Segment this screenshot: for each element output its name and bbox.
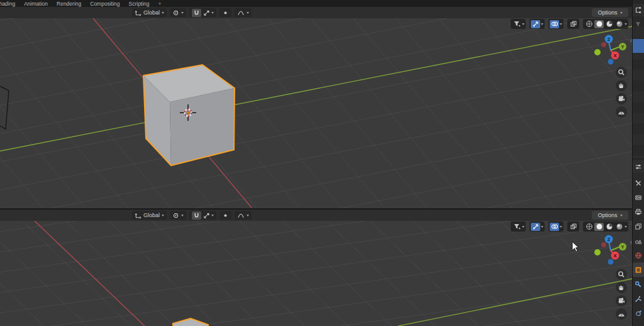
render-camera-icon xyxy=(635,194,642,201)
object-visibility-dropdown[interactable] xyxy=(511,222,526,232)
axis-y-label: Y xyxy=(621,44,624,50)
axis-neg-y-ball xyxy=(594,49,601,55)
snap-toggle-button[interactable] xyxy=(192,211,201,220)
workspace-tab-scripting[interactable]: Scripting xyxy=(129,1,150,7)
gizmos-icon xyxy=(532,223,540,230)
workspace-tab-compositing[interactable]: Compositing xyxy=(90,1,119,7)
show-gizmos-group xyxy=(530,19,545,29)
axis-y-label: Y xyxy=(621,244,624,250)
properties-tab-tool[interactable] xyxy=(633,176,644,190)
axis-z-label: Z xyxy=(608,37,611,42)
chevron-down-icon xyxy=(211,12,214,14)
object-visibility-dropdown[interactable] xyxy=(511,19,526,29)
particles-icon xyxy=(635,295,642,303)
shading-solid-button[interactable] xyxy=(594,20,604,28)
properties-tab-physics[interactable] xyxy=(633,306,644,320)
properties-tab-render[interactable] xyxy=(633,190,644,205)
properties-tab-object[interactable] xyxy=(633,262,644,277)
camera-view-button[interactable] xyxy=(616,295,627,306)
move-view-button[interactable] xyxy=(616,80,627,91)
cube-object[interactable] xyxy=(173,318,208,326)
transform-orientation-dropdown[interactable]: Global xyxy=(132,211,167,220)
magnet-icon xyxy=(193,212,200,219)
toggle-xray-button[interactable] xyxy=(567,19,579,29)
shading-rendered-button[interactable] xyxy=(614,20,624,28)
snap-target-dropdown[interactable] xyxy=(203,9,214,16)
properties-header[interactable] xyxy=(633,160,644,173)
chevron-down-icon xyxy=(522,226,525,228)
falloff-curve-icon xyxy=(237,212,245,219)
workspace-tab-shading[interactable]: Shading xyxy=(0,1,15,7)
show-gizmos-toggle[interactable] xyxy=(531,20,540,28)
solid-sphere-icon xyxy=(596,20,603,28)
layers-images-icon xyxy=(635,223,642,230)
toggle-orthographic-button[interactable] xyxy=(616,308,627,320)
show-overlays-toggle[interactable] xyxy=(550,20,559,28)
axis-neg-y-ball xyxy=(594,249,601,256)
transform-orientation-icon xyxy=(135,9,142,16)
properties-tab-world[interactable] xyxy=(633,248,644,262)
properties-tab-modifiers[interactable] xyxy=(633,277,644,291)
falloff-dropdown[interactable] xyxy=(235,211,252,220)
wireframe-sphere-icon xyxy=(586,20,593,28)
zoom-button[interactable] xyxy=(616,269,627,280)
shading-material-button[interactable] xyxy=(604,223,614,231)
shading-wireframe-button[interactable] xyxy=(584,20,594,28)
proportional-editing-toggle[interactable] xyxy=(219,8,231,17)
move-view-button[interactable] xyxy=(616,282,627,293)
proportional-editing-toggle[interactable] xyxy=(219,211,231,220)
viewport-bottom: Global xyxy=(0,210,632,326)
chevron-down-icon xyxy=(625,23,627,25)
magnifier-icon xyxy=(618,271,625,278)
show-gizmos-toggle[interactable] xyxy=(531,223,540,231)
properties-tab-output[interactable] xyxy=(633,205,644,219)
properties-editor-icon xyxy=(635,163,642,171)
axis-neg-z-ball xyxy=(608,59,614,65)
visibility-filter-icon xyxy=(513,223,521,230)
properties-tab-particles[interactable] xyxy=(633,291,644,306)
toggle-xray-button[interactable] xyxy=(567,222,579,232)
camera-view-button[interactable] xyxy=(616,93,627,104)
navigation-gizmo[interactable]: Z Y X xyxy=(591,30,631,70)
pivot-point-dropdown[interactable] xyxy=(170,211,186,220)
axis-neg-z-ball xyxy=(608,259,614,265)
orientation-label: Global xyxy=(143,9,160,16)
workspace-tab-rendering[interactable]: Rendering xyxy=(57,1,81,7)
shading-solid-button[interactable] xyxy=(594,223,604,231)
shading-rendered-button[interactable] xyxy=(614,223,624,231)
navigation-gizmo[interactable]: Z Y X xyxy=(591,230,631,271)
toggle-orthographic-button[interactable] xyxy=(616,106,627,118)
pivot-point-dropdown[interactable] xyxy=(170,8,186,17)
3d-cursor xyxy=(180,104,196,121)
show-overlays-toggle[interactable] xyxy=(550,223,559,231)
transform-orientation-dropdown[interactable]: Global xyxy=(132,8,167,17)
options-button[interactable]: Options xyxy=(592,8,628,17)
object-origin-dot xyxy=(187,111,189,114)
shading-material-button[interactable] xyxy=(604,20,614,28)
options-button[interactable]: Options xyxy=(592,211,628,220)
falloff-dropdown[interactable] xyxy=(235,8,252,17)
chevron-down-icon xyxy=(541,23,543,25)
physics-orbit-icon xyxy=(635,310,642,317)
orientation-label: Global xyxy=(143,212,160,218)
outliner-header[interactable] xyxy=(633,4,644,16)
properties-tab-view-layer[interactable] xyxy=(633,219,644,233)
chevron-down-icon xyxy=(522,23,525,25)
chevron-down-icon xyxy=(211,215,214,216)
properties-tab-scene[interactable] xyxy=(633,233,644,248)
zoom-button[interactable] xyxy=(616,67,627,78)
cube-object[interactable] xyxy=(143,65,235,166)
chevron-down-icon xyxy=(620,12,623,14)
snap-target-dropdown[interactable] xyxy=(203,212,214,219)
shading-wireframe-button[interactable] xyxy=(584,223,594,231)
add-workspace-button[interactable]: + xyxy=(158,1,162,7)
viewport-canvas[interactable]: Z Y X ‹ xyxy=(0,18,632,208)
camera-object-fragment[interactable] xyxy=(0,86,9,129)
wrench-icon xyxy=(635,281,642,288)
viewport-canvas[interactable]: Z Y X ‹ xyxy=(0,221,632,326)
snap-toggle-button[interactable] xyxy=(192,9,201,17)
outliner-rows[interactable] xyxy=(633,16,644,159)
workspace-tab-animation[interactable]: Animation xyxy=(24,1,48,7)
outliner-selected-row[interactable] xyxy=(633,39,644,53)
snapping-group xyxy=(189,211,216,220)
